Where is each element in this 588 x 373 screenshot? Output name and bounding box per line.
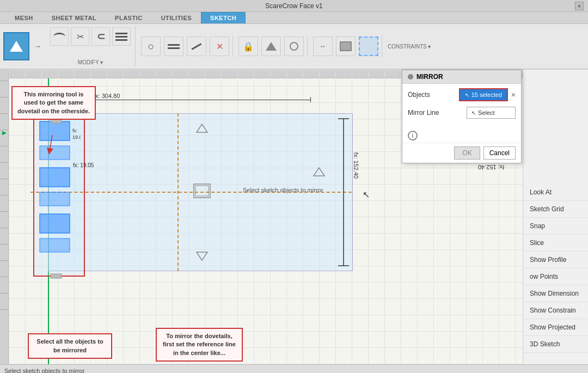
- annotation-select-objects: Select all the objects to be mirrored: [28, 333, 112, 359]
- circle-icon: ○: [148, 40, 154, 53]
- active-sketch-tool-button[interactable]: [3, 32, 29, 60]
- svg-rect-7: [51, 274, 62, 278]
- annotation-mirror-reference: To mirror the dovetails, first set the r…: [156, 328, 243, 362]
- photo-button[interactable]: [336, 36, 356, 56]
- measure-items: ↔: [313, 36, 378, 56]
- cancel-button[interactable]: Cancel: [483, 146, 516, 160]
- dovetail-shapes: fx: 19.05: [37, 116, 81, 279]
- ruler-mark: [0, 113, 8, 114]
- mirror-dialog-body: Objects ↖ 15 selected × Mirror Line ↖ Se…: [402, 84, 521, 129]
- modify-label: MODIFY ▾: [78, 59, 103, 65]
- mirror-title-dot: [408, 74, 413, 80]
- objects-selected-button[interactable]: ↖ 15 selected: [459, 88, 508, 101]
- close-button[interactable]: ×: [575, 2, 584, 10]
- context-show-profile[interactable]: Show Profile: [523, 252, 588, 268]
- photo-icon: [340, 41, 352, 51]
- svg-marker-10: [197, 124, 207, 132]
- context-menu-panel: MIRROR Objects ↖ 15 selected × Mirror Li…: [523, 70, 588, 364]
- select-arrow-icon: ↖: [465, 92, 469, 98]
- x-mark-icon: ✕: [216, 41, 223, 52]
- scissors-icon: ✂: [77, 32, 84, 42]
- ruler-mark: [0, 244, 8, 244]
- lock-items: 🔒: [238, 36, 304, 56]
- ruler-mark: [0, 97, 8, 97]
- tab-sheetmetal[interactable]: SHEET METAL: [42, 12, 106, 23]
- circle-outline-button[interactable]: [284, 36, 304, 56]
- svg-rect-12: [194, 184, 210, 198]
- equal-button[interactable]: [164, 36, 183, 56]
- svg-rect-1: [40, 146, 70, 160]
- c-shape-icon: ⊂: [97, 30, 105, 42]
- ruler-mark: [0, 277, 8, 277]
- arc-tool-button[interactable]: [50, 27, 69, 46]
- clear-objects-button[interactable]: ×: [511, 90, 516, 99]
- tab-plastic[interactable]: PLASTIC: [106, 12, 152, 23]
- title-bar: ScareCrow Face v1 ×: [0, 0, 588, 12]
- svg-marker-14: [314, 168, 324, 176]
- ruler-mark: [0, 211, 8, 212]
- ruler-mark: [0, 179, 8, 179]
- lock-button[interactable]: 🔒: [238, 36, 258, 56]
- arrow-right-button[interactable]: →: [32, 32, 44, 60]
- lock-group: 🔒: [235, 35, 308, 57]
- svg-rect-3: [40, 192, 70, 206]
- svg-text:fx:: fx:: [72, 128, 78, 133]
- arrows-button[interactable]: ↔: [313, 36, 333, 56]
- c-shape-button[interactable]: ⊂: [91, 27, 110, 46]
- status-bar: Select sketch objects to mirror: [0, 364, 588, 373]
- ruler-mark: [0, 146, 8, 146]
- mirror-line-select-button[interactable]: ↖ Select: [467, 107, 516, 119]
- x-mark-button[interactable]: ✕: [210, 36, 229, 56]
- ok-button[interactable]: OK: [454, 146, 480, 160]
- ruler-mark: [0, 260, 8, 261]
- diagonal-line-icon: [192, 43, 202, 50]
- ruler-mark: [0, 81, 8, 81]
- tab-mesh[interactable]: MESH: [5, 12, 42, 23]
- objects-row: Objects ↖ 15 selected ×: [408, 88, 516, 101]
- context-snap[interactable]: Snap: [523, 218, 588, 235]
- equal-lines-icon: [115, 33, 127, 41]
- svg-text:19.05: 19.05: [72, 134, 81, 140]
- ruler-mark: [0, 195, 8, 195]
- ruler-mark: [0, 293, 8, 293]
- lock-icon: 🔒: [243, 41, 254, 52]
- small-dim-label: fx: 19.05: [73, 162, 94, 168]
- dashed-rect-button[interactable]: [359, 36, 378, 56]
- context-show-points[interactable]: ow Points: [523, 268, 588, 285]
- ribbon: MESH SHEET METAL PLASTIC UTILITIES SKETC…: [0, 12, 588, 70]
- tab-utilities[interactable]: UTILITIES: [152, 12, 201, 23]
- scissors-button[interactable]: ✂: [71, 27, 89, 46]
- cursor-pointer: ↖: [363, 189, 370, 200]
- horizontal-dim-text: fx: 304.80: [92, 93, 121, 99]
- modify-items: ✂ ⊂: [50, 27, 131, 46]
- svg-rect-5: [40, 239, 70, 252]
- annotation-mirroring-tool: This mirroring tool is used to get the s…: [11, 86, 96, 120]
- svg-rect-4: [40, 214, 70, 233]
- context-look-at[interactable]: Look At: [523, 184, 588, 201]
- slash-button[interactable]: [187, 36, 206, 56]
- mirror-info-row: i: [402, 129, 521, 143]
- context-show-projected[interactable]: Show Projected: [523, 319, 588, 336]
- mirror-dialog-footer: OK Cancel: [402, 143, 521, 163]
- tab-sketch[interactable]: SKETCH: [201, 12, 246, 23]
- vertical-dim-label: fx: 152.40: [353, 152, 359, 179]
- mirror-hint-text: Select sketch objects to mirror: [243, 187, 323, 193]
- title-text: ScareCrow Face v1: [265, 2, 322, 10]
- ruler-mark: [0, 228, 8, 228]
- context-3d-sketch[interactable]: 3D Sketch: [523, 336, 588, 353]
- constraints-group: CONSTRAINTS ▾: [384, 42, 434, 51]
- context-slice[interactable]: Slice: [523, 235, 588, 252]
- context-show-dimension[interactable]: Show Dimension: [523, 285, 588, 302]
- context-sketch-grid[interactable]: Sketch Grid: [523, 201, 588, 218]
- equal-lines-button[interactable]: [112, 27, 131, 46]
- center-elements: [177, 113, 243, 271]
- mirror-line-row: Mirror Line ↖ Select: [408, 107, 516, 119]
- circle-outline-icon: [290, 42, 298, 51]
- arrow-icon: →: [34, 42, 41, 51]
- measure-arrows-icon: ↔: [320, 42, 326, 50]
- objects-label: Objects: [408, 91, 430, 99]
- triangle-outline-button[interactable]: [261, 36, 281, 56]
- arc-icon: [53, 33, 65, 40]
- context-show-constrain[interactable]: Show Constrain: [523, 302, 588, 319]
- circle-button[interactable]: ○: [141, 36, 161, 56]
